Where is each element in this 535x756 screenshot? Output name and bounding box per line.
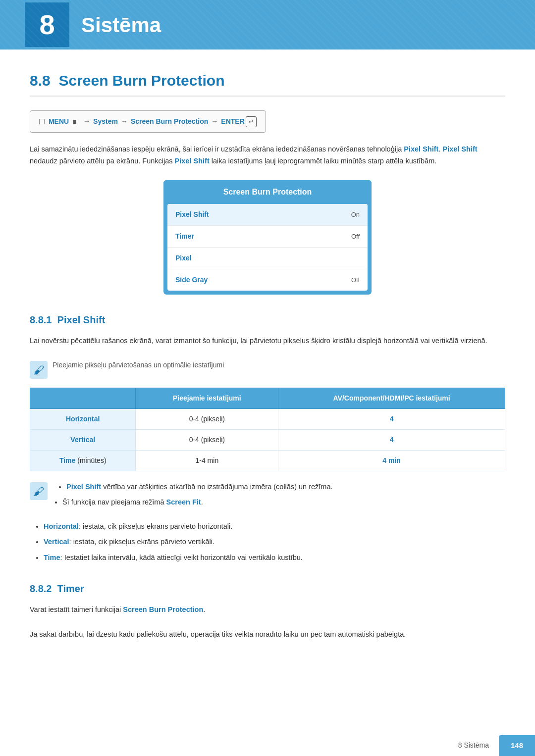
note-icon-2: 🖌 xyxy=(30,482,48,500)
menu-item-label-pixel-shift: Pixel Shift xyxy=(175,209,209,220)
menu-item-side-gray: Side Gray Off xyxy=(167,269,368,291)
menu-item-pixel: Pixel xyxy=(167,248,368,269)
table-row-vertical: Vertical 0-4 (pikseļi) 4 xyxy=(30,429,505,450)
menu-item-label-side-gray: Side Gray xyxy=(175,275,208,285)
pixel-shift-table: Pieejamie iestatījumi AV/Component/HDMI/… xyxy=(30,388,505,471)
note-text: Pieejamie pikseļu pārvietošanas un optim… xyxy=(53,360,224,371)
menu-item-value-side-gray: Off xyxy=(351,275,360,285)
subsection-2-heading: 8.8.2 Timer xyxy=(30,581,505,596)
subsection-2-description-2: Ja sākat darbību, lai dzēstu kādu paliek… xyxy=(30,629,505,641)
subsection-1-heading: 8.8.1 Pixel Shift xyxy=(30,312,505,327)
menu-screen-burn: Screen Burn Protection xyxy=(131,116,208,127)
bullet-time: Time: Iestatiet laika intervālu, kādā at… xyxy=(44,552,505,563)
chapter-number: 8 xyxy=(25,2,69,47)
menu-path-box: □ MENU ∎ → System → Screen Burn Protecti… xyxy=(30,110,266,133)
table-header-av: AV/Component/HDMI/PC iestatījumi xyxy=(278,388,505,408)
footer-section-label: 8 Sistēma xyxy=(458,740,489,751)
page-number-badge: 148 xyxy=(499,735,535,756)
svg-text:🖌: 🖌 xyxy=(33,485,44,498)
menu-item-timer: Timer Off xyxy=(167,226,368,248)
chapter-title: Sistēma xyxy=(81,9,161,41)
menu-label: MENU xyxy=(49,116,69,127)
note-bullet-1: Pixel Shift vērtība var atšķirties atkar… xyxy=(66,481,333,493)
menu-item-label-timer: Timer xyxy=(175,231,194,242)
note-icon: 🖌 xyxy=(30,361,48,379)
note-row-table: 🖌 Pieejamie pikseļu pārvietošanas un opt… xyxy=(30,360,505,379)
subsection-2-description-1: Varat iestatīt taimeri funkcijai Screen … xyxy=(30,604,505,616)
main-content: 8.8 Screen Burn Protection □ MENU ∎ → Sy… xyxy=(0,50,535,693)
screen-burn-highlight: Screen Burn Protection xyxy=(123,605,203,613)
table-cell-vertical-value: 4 xyxy=(278,429,505,450)
table-cell-horizontal-range: 0-4 (pikseļi) xyxy=(136,408,278,429)
screen-burn-menu-box: Screen Burn Protection Pixel Shift On Ti… xyxy=(163,180,372,295)
bullet-vertical: Vertical: iestata, cik pikseļus ekrāns p… xyxy=(44,536,505,548)
svg-text:🖌: 🖌 xyxy=(33,364,44,376)
table-cell-vertical-range: 0-4 (pikseļi) xyxy=(136,429,278,450)
chapter-header: 8 Sistēma xyxy=(0,0,535,50)
menu-item-value-timer: Off xyxy=(351,232,360,242)
main-bullet-list: Horizontal: iestata, cik pikseļus ekrāns… xyxy=(30,521,505,563)
table-row-time: Time (minūtes) 1-4 min 4 min xyxy=(30,450,505,471)
note-bullet-2: Šī funkcija nav pieejama režīmā Screen F… xyxy=(62,497,333,508)
section-description: Lai samazinātu iededzināšanas iespēju ek… xyxy=(30,144,505,167)
table-cell-horizontal-value: 4 xyxy=(278,408,505,429)
table-row-horizontal: Horizontal 0-4 (pikseļi) 4 xyxy=(30,408,505,429)
menu-enter: ENTER xyxy=(221,116,244,127)
note-row-bullets: 🖌 Pixel Shift vērtība var atšķirties atk… xyxy=(30,481,505,512)
note-bullets-container: Pixel Shift vērtība var atšķirties atkar… xyxy=(53,481,333,512)
section-heading: 8.8 Screen Burn Protection xyxy=(30,69,505,97)
menu-box-title: Screen Burn Protection xyxy=(163,180,372,204)
menu-item-label-pixel: Pixel xyxy=(175,253,192,263)
table-header-empty xyxy=(30,388,136,408)
menu-grid-icon: ∎ xyxy=(72,115,77,128)
footer-right: 8 Sistēma 148 xyxy=(458,735,535,756)
table-header-pieejamie: Pieejamie iestatījumi xyxy=(136,388,278,408)
enter-key-icon: ↵ xyxy=(246,116,257,127)
table-cell-time-value: 4 min xyxy=(278,450,505,471)
note-sub-bullets: Pixel Shift vērtība var atšķirties atkar… xyxy=(53,481,333,508)
subsection-1-description: Lai novērstu pēcattēlu rašanos ekrānā, v… xyxy=(30,335,505,347)
page-footer: 8 Sistēma 148 xyxy=(0,735,535,756)
menu-box-items: Pixel Shift On Timer Off Pixel Side Gray… xyxy=(167,204,368,291)
menu-item-pixel-shift: Pixel Shift On xyxy=(167,204,368,226)
menu-icon: □ xyxy=(39,115,45,128)
menu-item-value-pixel-shift: On xyxy=(351,210,360,220)
table-cell-time-range: 1-4 min xyxy=(136,450,278,471)
bullet-horizontal: Horizontal: iestata, cik pikseļus ekrāns… xyxy=(44,521,505,532)
menu-system: System xyxy=(93,116,118,127)
